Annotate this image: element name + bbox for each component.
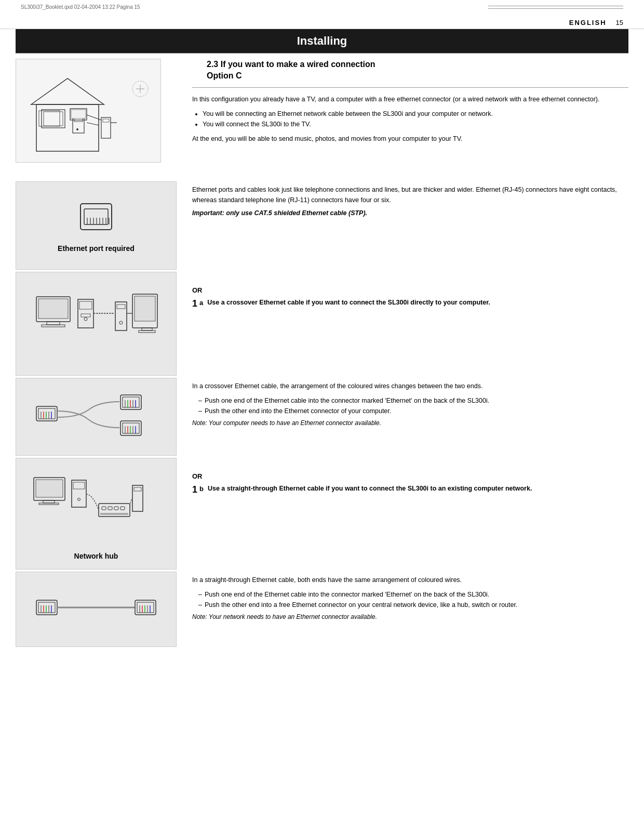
file-info: SL300i37_Booklet.qxd 02-04-2004 13:22 Pa…: [21, 4, 140, 10]
svg-rect-74: [108, 507, 112, 510]
network-hub-box: Network hub: [16, 458, 177, 570]
svg-rect-75: [114, 507, 118, 510]
intro-text1: In this configuration you already have a…: [192, 94, 628, 104]
svg-rect-12: [103, 119, 109, 122]
step-1b-text: Use a straight-through Ethernet cable if…: [208, 484, 532, 494]
page-header: ENGLISH 15: [0, 15, 644, 29]
svg-rect-68: [39, 503, 59, 505]
svg-rect-77: [100, 513, 128, 515]
bullet-list: You will be connecting an Ethernet netwo…: [203, 109, 628, 129]
ethernet-port-svg: [73, 199, 119, 240]
bullet-item-2: You will connect the SL300i to the TV.: [203, 119, 628, 129]
svg-point-38: [119, 321, 123, 324]
intro-text2: At the end, you will be able to send mus…: [192, 134, 628, 144]
installing-title-text: Installing: [297, 34, 347, 47]
straight-cable-box: [16, 572, 177, 647]
svg-rect-76: [120, 507, 125, 510]
step-1b-number: 1: [192, 484, 197, 496]
svg-rect-79: [134, 487, 141, 491]
ethernet-port-box: Ethernet port required: [16, 181, 177, 270]
step-1a-number: 1: [192, 298, 197, 310]
svg-rect-33: [79, 301, 92, 309]
svg-point-6: [76, 128, 78, 130]
svg-rect-37: [117, 305, 125, 309]
svg-rect-42: [139, 330, 155, 333]
svg-rect-18: [81, 204, 112, 230]
language-label: ENGLISH: [569, 19, 607, 27]
network-hub-label: Network hub: [74, 552, 118, 560]
crossover-dash-2: Push the other end into the Ethernet con…: [198, 406, 628, 416]
svg-rect-69: [72, 480, 86, 507]
svg-rect-31: [42, 325, 65, 327]
straight-dash-list: Push one end of the Ethernet cable into …: [198, 589, 628, 610]
ethernet-port-label: Ethernet port required: [58, 244, 135, 253]
svg-rect-35: [81, 314, 90, 317]
straight-desc: In a straight-through Ethernet cable, bo…: [192, 575, 628, 585]
page-number: 15: [616, 19, 623, 27]
straight-dash-2: Push the other end into a free Ethernet …: [198, 600, 628, 610]
house-svg: [21, 63, 156, 159]
or-label-1: OR: [192, 286, 628, 294]
crossover-note: Note: Your computer needs to have an Eth…: [192, 419, 628, 427]
svg-rect-73: [102, 507, 106, 510]
direct-connection-svg: [31, 284, 161, 364]
svg-rect-32: [78, 299, 93, 328]
straight-cable-svg: [31, 582, 161, 637]
section-title-line1: 2.3 If you want to make a wired connecti…: [207, 59, 375, 70]
bullet-item-1: You will be connecting an Ethernet netwo…: [203, 109, 628, 119]
section-title-line2: Option C: [207, 70, 242, 82]
section-title: 2.3 If you want to make a wired connecti…: [192, 59, 628, 82]
step-1a-label: 1 a Use a crossover Ethernet cable if yo…: [192, 298, 628, 310]
straight-dash-1: Push one end of the Ethernet cable into …: [198, 589, 628, 600]
ethernet-info-text: Ethernet ports and cables look just like…: [192, 184, 628, 205]
step-1a-sub: a: [199, 298, 203, 308]
svg-rect-29: [38, 299, 68, 319]
computer-direct-box: [16, 272, 177, 376]
crossover-dash-1: Push one end of the Ethernet cable into …: [198, 395, 628, 406]
step-1b-sub: b: [199, 484, 204, 494]
installing-title-bar: Installing: [16, 29, 628, 53]
svg-point-71: [78, 498, 81, 501]
step-1b-label: 1 b Use a straight-through Ethernet cabl…: [192, 484, 628, 496]
svg-rect-19: [84, 209, 108, 224]
svg-rect-14: [39, 111, 60, 126]
straight-note: Note: Your network needs to have an Ethe…: [192, 613, 628, 620]
svg-line-9: [87, 115, 101, 120]
crossover-dash-list: Push one end of the Ethernet cable into …: [198, 395, 628, 416]
house-illustration: [16, 59, 161, 163]
svg-line-10: [87, 123, 99, 125]
crossover-cable-box: [16, 378, 177, 456]
step-1a-text: Use a crossover Ethernet cable if you wa…: [207, 298, 490, 308]
svg-point-34: [84, 318, 87, 321]
svg-rect-70: [73, 482, 85, 489]
network-hub-svg: [31, 467, 161, 548]
svg-rect-2: [42, 110, 65, 128]
important-text: Important: only use CAT.5 shielded Ether…: [192, 209, 628, 217]
crossover-desc: In a crossover Ethernet cable, the arran…: [192, 381, 628, 391]
svg-rect-8: [71, 110, 86, 118]
crossover-cable-svg: [31, 388, 161, 445]
svg-rect-30: [47, 322, 60, 325]
svg-rect-40: [135, 296, 155, 321]
or-label-2: OR: [192, 472, 628, 480]
svg-marker-1: [31, 78, 104, 104]
svg-rect-66: [36, 480, 63, 497]
